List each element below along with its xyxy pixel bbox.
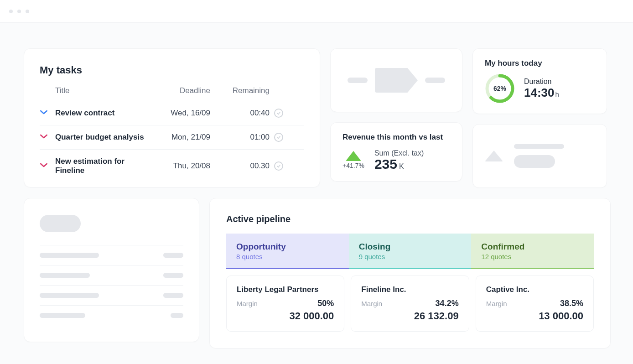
stage-count: 8 quotes (236, 253, 339, 260)
quote-margin-label: Margin (237, 300, 258, 307)
task-deadline: Thu, 20/08 (173, 161, 210, 171)
task-remaining: 00.30 (250, 161, 270, 171)
quote-margin-label: Margin (361, 300, 382, 307)
progress-percent: 62% (485, 73, 515, 104)
placeholder-block (171, 313, 183, 318)
placeholder-block (40, 313, 85, 318)
quote-margin-label: Margin (486, 300, 507, 307)
quote-company: Liberty Legal Partners (237, 285, 334, 294)
task-remaining: 01:00 (250, 133, 270, 142)
task-deadline: Mon, 21/09 (171, 133, 210, 142)
quote-company: Fineline Inc. (361, 285, 458, 294)
revenue-card: Revenue this month vs last +41.7% Sum (E… (330, 122, 462, 182)
tasks-column-remaining: Remaining (233, 86, 270, 95)
placeholder-block (514, 155, 555, 168)
tasks-column-deadline: Deadline (180, 86, 210, 95)
placeholder-block (40, 253, 99, 258)
traffic-light-dot (26, 10, 29, 13)
task-complete-button[interactable] (274, 133, 283, 142)
quote-amount: 32 000.00 (237, 310, 334, 322)
trend-up-icon (346, 151, 361, 161)
placeholder-block (514, 144, 564, 149)
active-pipeline-title: Active pipeline (226, 214, 594, 224)
task-remaining: 00:40 (250, 109, 270, 118)
task-row[interactable]: New estimation for Fineline Thu, 20/08 0… (40, 150, 304, 182)
placeholder-block (163, 273, 183, 278)
placeholder-block (40, 215, 81, 232)
task-title: Review contract (55, 109, 156, 118)
revenue-unit: K (399, 162, 404, 170)
my-tasks-card: My tasks Title Deadline Remaining Review… (24, 48, 320, 187)
stage-name: Confirmed (481, 242, 584, 252)
quote-amount: 13 000.00 (486, 310, 583, 322)
my-tasks-title: My tasks (40, 64, 304, 76)
task-deadline: Wed, 16/09 (171, 109, 210, 118)
traffic-light-dot (17, 10, 21, 13)
my-hours-title: My hours today (485, 59, 595, 68)
quote-margin-value: 50% (317, 299, 334, 308)
revenue-value: 235 (374, 156, 397, 172)
placeholder-block (425, 78, 445, 83)
quote-amount: 26 132.09 (361, 310, 458, 322)
placeholder-triangle-icon (485, 151, 503, 161)
quote-card[interactable]: Fineline Inc. Margin 34.2% 26 132.09 (351, 276, 469, 332)
duration-unit: h (555, 90, 559, 98)
revenue-delta: +41.7% (342, 162, 364, 169)
task-row[interactable]: Review contract Wed, 16/09 00:40 (40, 101, 304, 125)
check-circle-icon (274, 109, 283, 118)
pipeline-stage-opportunity[interactable]: Opportunity 8 quotes (226, 234, 349, 269)
check-circle-icon (274, 133, 283, 142)
window-chrome (0, 0, 633, 23)
placeholder-stat-card (472, 124, 607, 188)
stage-name: Opportunity (236, 242, 339, 252)
quote-margin-value: 38.5% (560, 299, 583, 308)
tasks-header-row: Title Deadline Remaining (40, 86, 304, 101)
duration-value: 14:30 (524, 86, 555, 99)
placeholder-block (40, 273, 90, 278)
placeholder-block (163, 293, 183, 298)
arrow-shape-icon (375, 68, 418, 93)
active-pipeline-card: Active pipeline Opportunity 8 quotes Clo… (209, 198, 611, 348)
progress-ring: 62% (485, 73, 515, 104)
task-title: Quarter budget analysis (55, 133, 156, 142)
task-title: New estimation for Fineline (55, 157, 156, 175)
pipeline-stage-closing[interactable]: Closing 9 quotes (349, 234, 472, 269)
placeholder-block (348, 78, 368, 83)
task-complete-button[interactable] (274, 109, 283, 118)
quote-card[interactable]: Liberty Legal Partners Margin 50% 32 000… (226, 276, 344, 332)
placeholder-block (163, 253, 183, 258)
tasks-column-title: Title (55, 86, 70, 95)
check-circle-icon (274, 161, 283, 171)
stage-name: Closing (359, 242, 462, 252)
stage-count: 9 quotes (359, 253, 462, 260)
quote-company: Captive Inc. (486, 285, 583, 294)
quote-card[interactable]: Captive Inc. Margin 38.5% 13 000.00 (476, 276, 594, 332)
task-row[interactable]: Quarter budget analysis Mon, 21/09 01:00 (40, 125, 304, 150)
pipeline-stage-confirmed[interactable]: Confirmed 12 quotes (471, 234, 594, 269)
my-hours-card: My hours today 62% Duration 14:30h (472, 48, 607, 114)
revenue-title: Revenue this month vs last (342, 133, 450, 142)
duration-label: Duration (524, 78, 559, 86)
quote-margin-value: 34.2% (436, 299, 459, 308)
traffic-light-dot (9, 10, 13, 13)
placeholder-funnel-card (330, 48, 462, 112)
placeholder-block (40, 293, 99, 298)
placeholder-list-card (24, 198, 199, 342)
chevron-down-icon (40, 133, 55, 142)
chevron-down-icon (40, 161, 55, 171)
chevron-down-icon (40, 109, 55, 118)
task-complete-button[interactable] (274, 161, 283, 171)
stage-count: 12 quotes (481, 253, 584, 260)
